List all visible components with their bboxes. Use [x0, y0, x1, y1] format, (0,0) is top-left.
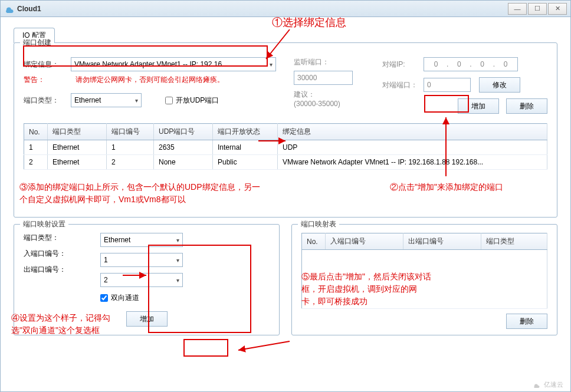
warning-text: 请勿绑定公网网卡，否则可能会引起网络瘫痪。: [76, 75, 224, 85]
warning-label: 警告：: [24, 75, 71, 85]
app-icon: [4, 4, 14, 14]
th-no: No.: [24, 124, 48, 140]
suggest-label: 建议：: [294, 90, 365, 100]
peer-port-label: 对端端口：: [382, 80, 424, 90]
port-type-label: 端口类型：: [24, 95, 71, 106]
footer-logo: 亿速云: [532, 380, 563, 389]
port-create-legend: 端口创建: [20, 38, 54, 48]
listen-port-label: 监听端口：: [294, 57, 365, 67]
close-button[interactable]: ✕: [548, 3, 567, 15]
mt-in: 入端口编号: [326, 233, 403, 250]
in-port-select[interactable]: 1: [100, 253, 183, 267]
peer-port-input[interactable]: [424, 78, 471, 92]
out-port-select[interactable]: 2: [100, 273, 183, 287]
maximize-button[interactable]: ☐: [528, 3, 547, 15]
minimize-button[interactable]: —: [508, 3, 527, 15]
th-udp: UDP端口号: [154, 124, 213, 140]
peer-ip-label: 对端IP:: [382, 60, 424, 70]
mt-type: 端口类型: [481, 233, 547, 250]
svg-line-4: [238, 341, 290, 350]
footer-text: 亿速云: [544, 380, 563, 389]
tabs: IO 配置: [14, 28, 557, 43]
table-row[interactable]: 1 Ethernet 1 2635 Internal UDP: [24, 140, 547, 155]
window-buttons: — ☐ ✕: [508, 3, 567, 15]
port-type-select[interactable]: Ethernet: [71, 93, 142, 107]
mt-no: No.: [302, 233, 326, 250]
map-add-button[interactable]: 增加: [126, 311, 168, 327]
arrow-5-icon: [234, 338, 293, 356]
in-port-label: 入端口编号：: [24, 249, 66, 259]
highlight-map-add: [183, 339, 228, 357]
modify-button[interactable]: 修改: [479, 77, 520, 93]
titlebar: Cloud1 — ☐ ✕: [1, 1, 570, 17]
port-map-table-group: 端口映射表 No. 入端口编号 出端口编号 端口类型 删除: [291, 224, 557, 335]
bind-info-select[interactable]: VMware Network Adapter VMnet1 -- IP: 192…: [71, 57, 276, 71]
suggest-range: (30000-35000): [294, 100, 365, 108]
th-bind: 绑定信息: [278, 124, 547, 140]
map-port-type-label: 端口类型：: [24, 233, 59, 243]
port-table: No. 端口类型 端口编号 UDP端口号 端口开放状态 绑定信息 1 Ether…: [24, 123, 547, 170]
map-settings-legend: 端口映射设置: [20, 219, 68, 229]
peer-ip-input[interactable]: 0.0.0.0: [424, 57, 518, 71]
window-content: IO 配置 端口创建 绑定信息： VMware Network Adapter …: [1, 17, 570, 340]
map-delete-button[interactable]: 删除: [506, 314, 547, 329]
port-create-group: 端口创建 绑定信息： VMware Network Adapter VMnet1…: [14, 42, 557, 218]
app-window: Cloud1 — ☐ ✕ IO 配置 端口创建 绑定信息： VMware N: [0, 0, 571, 392]
th-port-no: 端口编号: [107, 124, 154, 140]
th-state: 端口开放状态: [213, 124, 278, 140]
add-port-button[interactable]: 增加: [458, 98, 499, 114]
open-udp-checkbox-wrap[interactable]: 开放UDP端口: [165, 95, 219, 106]
listen-port-input[interactable]: [294, 71, 353, 85]
bidir-checkbox-wrap[interactable]: 双向通道: [100, 293, 139, 303]
bidir-label: 双向通道: [111, 293, 139, 303]
out-port-label: 出端口编号：: [24, 265, 66, 275]
table-row[interactable]: 2 Ethernet 2 None Public VMware Network …: [24, 155, 547, 170]
map-table: No. 入端口编号 出端口编号 端口类型: [301, 233, 547, 309]
th-port-type: 端口类型: [48, 124, 107, 140]
bind-info-label: 绑定信息：: [24, 60, 71, 70]
port-map-settings-group: 端口映射设置 端口类型： 入端口编号： 出端口编号： Ethernet 1 2 …: [14, 224, 280, 335]
window-title: Cloud1: [17, 5, 508, 13]
delete-port-button[interactable]: 删除: [506, 98, 547, 114]
map-table-legend: 端口映射表: [298, 219, 339, 229]
bidir-checkbox[interactable]: [100, 294, 108, 302]
mt-out: 出端口编号: [403, 233, 481, 250]
open-udp-label: 开放UDP端口: [176, 95, 219, 106]
open-udp-checkbox[interactable]: [165, 97, 173, 104]
map-port-type-select[interactable]: Ethernet: [100, 233, 183, 247]
port-table-header: No. 端口类型 端口编号 UDP端口号 端口开放状态 绑定信息: [24, 124, 547, 140]
